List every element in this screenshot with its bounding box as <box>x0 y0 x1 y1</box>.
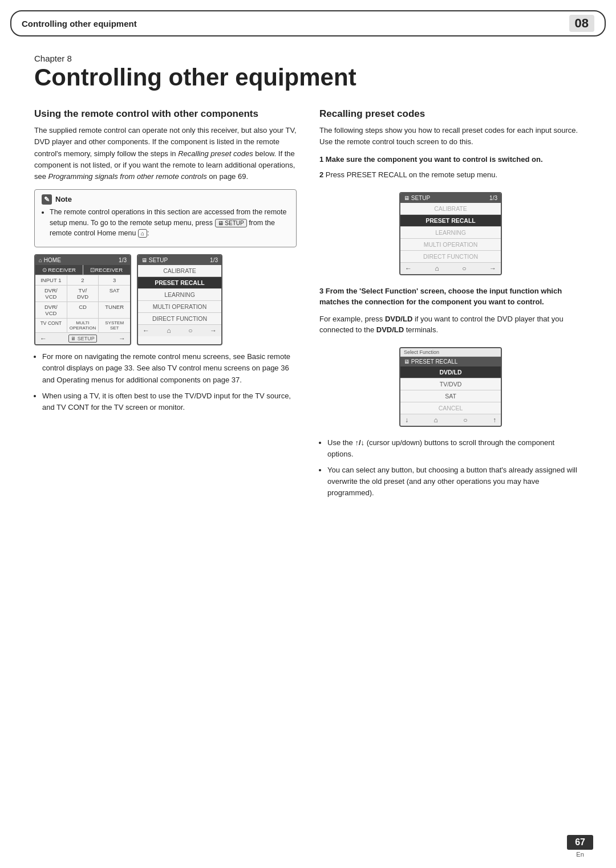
home-cell-system: SYSTEM SET <box>99 319 130 332</box>
note-list: The remote control operations in this se… <box>50 207 289 239</box>
setup-nav-left: ← <box>143 327 149 335</box>
preset-recall-page: 1/3 <box>489 195 497 201</box>
chapter-title: Controlling other equipment <box>34 64 582 91</box>
select-function-sub-label: Select Function <box>400 348 501 357</box>
pr-item-direct-fn: DIRECT FUNCTION <box>400 251 501 263</box>
home-cell-input1: INPUT 1 <box>35 275 67 285</box>
pr-item-calibrate: CALIBRATE <box>400 203 501 215</box>
home-row-4: DVR/VCD CD TUNER <box>35 302 130 319</box>
page-footer: 67 En <box>567 835 593 858</box>
home-cell-sat: SAT <box>99 286 130 301</box>
preset-recall-screen-header: 🖥 SETUP 1/3 <box>400 193 501 203</box>
home-screen-icon: ⌂ HOME <box>39 257 61 263</box>
home-cell-receiver1: ⊙ RECEIVER <box>35 265 83 275</box>
select-function-screen-mock: Select Function 🖥 PRESET RECALL DVD/LD T… <box>399 347 502 427</box>
right-bullet-1: Use the ↑/↓ (cursor up/down) buttons to … <box>327 437 582 460</box>
left-bullet-1: For more on navigating the remote contro… <box>42 351 297 385</box>
step-3-num: 3 <box>319 287 323 295</box>
home-row-2: INPUT 1 2 3 <box>35 275 130 286</box>
setup-item-direct-fn: DIRECT FUNCTION <box>138 313 221 325</box>
pr-item-multi-op: MULTI OPERATION <box>400 239 501 251</box>
sf-nav-down: ↓ <box>405 416 408 424</box>
left-section-body: The supplied remote control can operate … <box>34 125 297 182</box>
sf-nav-up: ↑ <box>493 416 496 424</box>
home-row-3: DVR/VCD TV/DVD SAT <box>35 286 130 302</box>
sf-item-sat: SAT <box>400 390 501 402</box>
pr-nav-right: → <box>489 264 496 272</box>
step-2: 2 Press PRESET RECALL on the remote setu… <box>319 169 582 181</box>
chapter-label: Chapter 8 <box>34 54 582 63</box>
sf-item-tvdvd: TV/DVD <box>400 378 501 390</box>
header-chapter-num: 08 <box>569 15 594 32</box>
home-cell-dvr: DVR/VCD <box>35 286 67 301</box>
pr-item-learning: LEARNING <box>400 227 501 239</box>
preset-recall-screen-mock: 🖥 SETUP 1/3 CALIBRATE PRESET RECALL LEAR… <box>399 192 502 275</box>
select-function-screen-container: Select Function 🖥 PRESET RECALL DVD/LD T… <box>319 341 582 433</box>
home-screen-nav: ← 🖥 SETUP → <box>35 333 130 344</box>
left-bullet-2: When using a TV, it is often best to use… <box>42 390 297 413</box>
setup-item-multi-op: MULTI OPERATION <box>138 301 221 313</box>
setup-screen-mock: 🖥 SETUP 1/3 CALIBRATE PRESET RECALL LEAR… <box>137 254 222 345</box>
setup-screen-page: 1/3 <box>210 257 218 263</box>
page-number: 67 <box>567 835 593 850</box>
setup-screen-title: 🖥 SETUP <box>141 257 168 263</box>
select-function-header: 🖥 PRESET RECALL <box>400 357 501 366</box>
right-section-title: Recalling preset codes <box>319 108 582 120</box>
note-icon: ✎ <box>42 194 52 205</box>
setup-item-preset-recall: PRESET RECALL <box>138 277 221 289</box>
note-label: Note <box>55 195 72 203</box>
home-cell-cd: CD <box>67 302 99 318</box>
pr-screen-nav: ← ⌂ ○ → <box>400 263 501 274</box>
content-grid: Using the remote control with other comp… <box>34 108 582 503</box>
note-item-1: The remote control operations in this se… <box>50 207 289 239</box>
preset-recall-icon: 🖥 SETUP <box>404 195 430 201</box>
select-fn-icon: 🖥 PRESET RECALL <box>404 358 457 365</box>
setup-screen-nav: ← ⌂ ○ → <box>138 325 221 336</box>
sf-nav-home: ⌂ <box>434 416 438 424</box>
step-1-num: 1 <box>319 155 326 164</box>
home-cell-multiop: MULTI OPERATION <box>67 319 99 332</box>
right-bullet-2: You can select any button, but choosing … <box>327 464 582 499</box>
screens-row: ⌂ HOME 1/3 ⊙ RECEIVER ⊡RECEIVER INPUT 1 … <box>34 254 297 345</box>
pr-nav-left: ← <box>405 264 412 272</box>
step-2-num: 2 <box>319 170 326 179</box>
setup-screen-header: 🖥 SETUP 1/3 <box>138 255 221 265</box>
home-row-1: ⊙ RECEIVER ⊡RECEIVER <box>35 265 130 275</box>
step-3-title: 3 From the 'Select Function' screen, cho… <box>319 286 582 308</box>
setup-nav-right: → <box>210 327 217 335</box>
step-3-title-text: From the 'Select Function' screen, choos… <box>319 287 562 307</box>
sf-screen-nav: ↓ ⌂ ○ ↑ <box>400 414 501 426</box>
note-header: ✎ Note <box>42 194 289 205</box>
home-cell-tvdvd: TV/DVD <box>67 286 99 301</box>
pr-item-preset-recall: PRESET RECALL <box>400 215 501 227</box>
left-column: Using the remote control with other comp… <box>34 108 297 503</box>
header-bar: Controlling other equipment 08 <box>10 10 606 36</box>
right-section-intro: The following steps show you how to reca… <box>319 125 582 148</box>
home-cell-tuner: TUNER <box>99 302 130 318</box>
home-nav-left: ← <box>40 335 47 343</box>
home-screen-header: ⌂ HOME 1/3 <box>35 255 130 265</box>
setup-nav-home: ⌂ <box>167 327 171 335</box>
note-box: ✎ Note The remote control operations in … <box>34 189 297 247</box>
home-screen-page: 1/3 <box>119 257 127 263</box>
home-screen-mock: ⌂ HOME 1/3 ⊙ RECEIVER ⊡RECEIVER INPUT 1 … <box>34 254 131 345</box>
sf-item-cancel: CANCEL <box>400 402 501 414</box>
pr-nav-circle: ○ <box>462 264 466 272</box>
step-1-text: Make sure the component you want to cont… <box>326 155 543 164</box>
home-nav-right: → <box>119 335 125 343</box>
preset-recall-screen-container: 🖥 SETUP 1/3 CALIBRATE PRESET RECALL LEAR… <box>319 186 582 281</box>
left-section-title: Using the remote control with other comp… <box>34 108 297 120</box>
right-column: Recalling preset codes The following ste… <box>319 108 582 503</box>
home-cell-input2: 2 <box>67 275 99 285</box>
home-cell-dvr2: DVR/VCD <box>35 302 67 318</box>
step-1: 1 Make sure the component you want to co… <box>319 154 582 165</box>
left-para1: The supplied remote control can operate … <box>34 125 297 182</box>
home-cell-receiver2: ⊡RECEIVER <box>83 265 131 275</box>
home-cell-input3: 3 <box>99 275 130 285</box>
left-bullet-list: For more on navigating the remote contro… <box>42 351 297 413</box>
home-cell-tvcont: TV CONT <box>35 319 67 332</box>
right-intro-para: The following steps show you how to reca… <box>319 125 582 148</box>
right-bullet-list: Use the ↑/↓ (cursor up/down) buttons to … <box>327 437 582 499</box>
setup-item-learning: LEARNING <box>138 289 221 301</box>
step-3-body: For example, press DVD/LD if you want to… <box>319 313 582 336</box>
